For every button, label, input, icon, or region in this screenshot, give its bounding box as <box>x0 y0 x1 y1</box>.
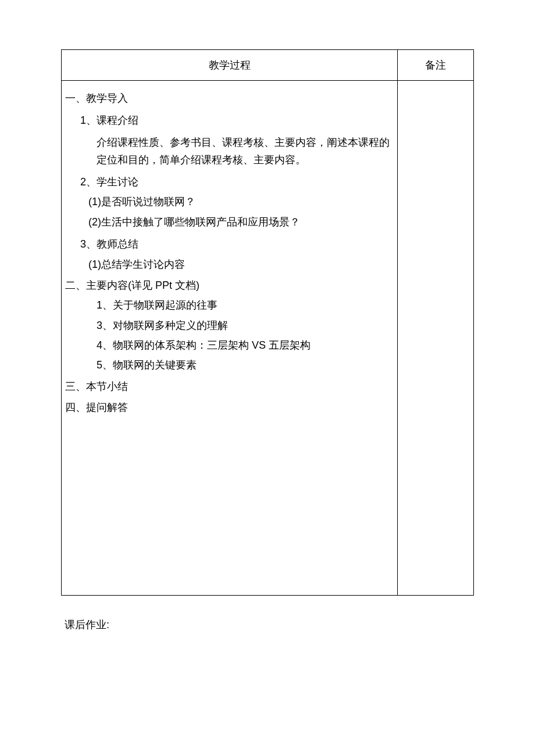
header-left: 教学过程 <box>62 50 397 81</box>
section-3-title: 三、本节小结 <box>65 377 394 396</box>
item-1-label: 1、课程介绍 <box>65 111 394 130</box>
section-1-title: 一、教学导入 <box>65 89 394 108</box>
section-4-title: 四、提问解答 <box>65 398 394 417</box>
homework-label: 课后作业: <box>61 618 474 632</box>
section-2-p2: 3、对物联网多种定义的理解 <box>65 316 394 335</box>
notes-body <box>398 81 473 595</box>
header-right: 备注 <box>398 50 473 81</box>
item-2-q1: (1)是否听说过物联网？ <box>65 192 394 211</box>
lesson-table: 教学过程 一、教学导入 1、课程介绍 介绍课程性质、参考书目、课程考核、主要内容… <box>61 49 474 596</box>
right-column: 备注 <box>398 50 473 595</box>
item-3-label: 3、教师总结 <box>65 235 394 253</box>
item-2-label: 2、学生讨论 <box>65 173 394 191</box>
section-2-title: 二、主要内容(详见 PPt 文档) <box>65 276 394 295</box>
section-2-p1: 1、关于物联网起源的往事 <box>65 296 394 314</box>
section-2-p3: 4、物联网的体系架构：三层架构 VS 五层架构 <box>65 336 394 354</box>
left-column: 教学过程 一、教学导入 1、课程介绍 介绍课程性质、参考书目、课程考核、主要内容… <box>62 50 398 595</box>
item-1-desc-text: 介绍课程性质、参考书目、课程考核、主要内容，阐述本课程的定位和目的，简单介绍课程… <box>97 137 390 166</box>
item-1-desc: 介绍课程性质、参考书目、课程考核、主要内容，阐述本课程的定位和目的，简单介绍课程… <box>65 134 394 169</box>
content-body: 一、教学导入 1、课程介绍 介绍课程性质、参考书目、课程考核、主要内容，阐述本课… <box>62 81 397 595</box>
item-3-p1: (1)总结学生讨论内容 <box>65 255 394 274</box>
item-2-q2: (2)生活中接触了哪些物联网产品和应用场景？ <box>65 213 394 231</box>
section-2-p4: 5、物联网的关键要素 <box>65 356 394 374</box>
